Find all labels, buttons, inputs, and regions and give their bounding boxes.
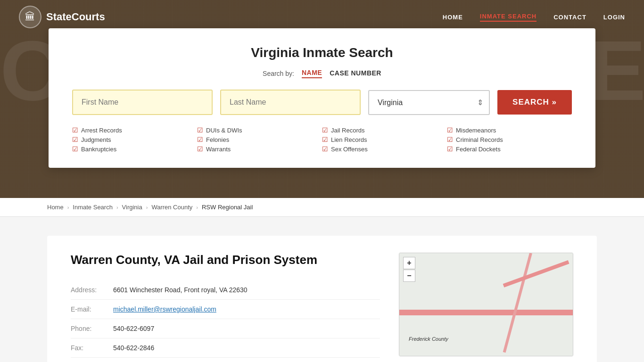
check-jail-records: ☑ Jail Records [322,126,447,134]
map-inner: Frederick County + − [399,253,573,356]
check-label: Federal Dockets [456,146,501,153]
check-label: Jail Records [331,127,365,134]
logo-text: StateCourts [46,11,105,23]
check-label: Warrants [206,146,231,153]
info-card: Warren County, VA Jail and Prison System… [47,236,597,362]
hero-section: COURTHOUSE 🏛 StateCourts HOME INMATE SEA… [0,0,644,198]
check-icon: ☑ [447,136,453,143]
breadcrumb-sep-4: › [196,205,198,210]
check-federal-dockets: ☑ Federal Dockets [447,145,572,153]
check-label: Judgments [81,136,111,143]
breadcrumb: Home › Inmate Search › Virginia › Warren… [0,198,644,217]
check-label: Misdemeanors [456,127,496,134]
breadcrumb-current: RSW Regional Jail [202,204,253,211]
check-criminal-records: ☑ Criminal Records [447,136,572,143]
phone-label: Phone: [71,319,113,338]
nav-inmate-search[interactable]: INMATE SEARCH [480,13,537,22]
map-zoom-in-button[interactable]: + [403,257,415,269]
check-label: DUIs & DWIs [206,127,242,134]
check-misdemeanors: ☑ Misdemeanors [447,126,572,134]
search-card: Virginia Inmate Search Search by: NAME C… [49,28,595,168]
info-left: Warren County, VA Jail and Prison System… [71,253,380,362]
search-button[interactable]: SEARCH » [497,90,572,115]
fax-value: 540-622-2846 [113,338,380,358]
check-icon: ☑ [447,126,453,134]
check-lien-records: ☑ Lien Records [322,136,447,143]
check-bankruptcies: ☑ Bankruptcies [72,145,197,153]
main-content: Warren County, VA Jail and Prison System… [0,217,644,362]
website-label: Website: [71,358,113,362]
check-icon: ☑ [322,136,328,143]
nav-login[interactable]: LOGIN [603,14,625,21]
check-label: Bankruptcies [81,146,116,153]
check-label: Arrest Records [81,127,122,134]
info-table: Address: 6601 Winchester Road, Front roy… [71,280,380,362]
search-by-label: Search by: [263,70,294,77]
breadcrumb-warren-county[interactable]: Warren County [151,204,192,211]
check-icon: ☑ [447,145,453,153]
map-county-label: Frederick County [409,336,448,342]
address-value: 6601 Winchester Road, Front royal, VA 22… [113,280,380,300]
check-sex-offenses: ☑ Sex Offenses [322,145,447,153]
table-row: Phone: 540-622-6097 [71,319,380,338]
check-duis-dwis: ☑ DUIs & DWIs [197,126,322,134]
breadcrumb-sep-1: › [67,205,69,210]
check-icon: ☑ [72,126,78,134]
website-value: https://www.rswregionaljail.com/ [113,358,380,362]
address-label: Address: [71,280,113,300]
breadcrumb-home[interactable]: Home [47,204,64,211]
breadcrumb-sep-3: › [146,205,148,210]
check-arrest-records: ☑ Arrest Records [72,126,197,134]
state-select[interactable]: Virginia [368,90,490,115]
check-label: Criminal Records [456,136,503,143]
check-icon: ☑ [72,145,78,153]
check-warrants: ☑ Warrants [197,145,322,153]
nav-links: HOME INMATE SEARCH CONTACT LOGIN [443,13,625,22]
check-icon: ☑ [197,126,203,134]
check-icon: ☑ [322,126,328,134]
check-label: Lien Records [331,136,367,143]
check-label: Felonies [206,136,229,143]
email-link[interactable]: michael.miller@rswregionaljail.com [113,305,216,313]
checkboxes-grid: ☑ Arrest Records ☑ DUIs & DWIs ☑ Jail Re… [72,126,572,153]
map-container: Frederick County + − [399,253,573,356]
check-icon: ☑ [197,136,203,143]
breadcrumb-virginia[interactable]: Virginia [122,204,142,211]
table-row: Website: https://www.rswregionaljail.com… [71,358,380,362]
check-icon: ☑ [72,136,78,143]
fax-label: Fax: [71,338,113,358]
last-name-input[interactable] [220,90,361,115]
check-icon: ☑ [322,145,328,153]
check-label: Sex Offenses [331,146,368,153]
search-by-row: Search by: NAME CASE NUMBER [72,69,572,78]
nav-home[interactable]: HOME [443,14,463,21]
check-icon: ☑ [197,145,203,153]
info-title: Warren County, VA Jail and Prison System [71,253,380,267]
search-inputs-row: Virginia ⇕ SEARCH » [72,90,572,115]
breadcrumb-inmate-search[interactable]: Inmate Search [73,204,113,211]
logo-icon: 🏛 [19,6,41,28]
table-row: Fax: 540-622-2846 [71,338,380,358]
nav-contact[interactable]: CONTACT [553,14,586,21]
search-card-title: Virginia Inmate Search [72,45,572,60]
map-road-horizontal [399,310,573,315]
phone-value: 540-622-6097 [113,319,380,338]
map-zoom-out-button[interactable]: − [403,270,415,282]
state-select-wrap: Virginia ⇕ [368,90,490,115]
map-controls: + − [403,257,415,282]
email-label: E-mail: [71,300,113,319]
tab-case-number[interactable]: CASE NUMBER [330,69,381,78]
check-felonies: ☑ Felonies [197,136,322,143]
breadcrumb-sep-2: › [116,205,118,210]
check-judgments: ☑ Judgments [72,136,197,143]
first-name-input[interactable] [72,90,213,115]
table-row: Address: 6601 Winchester Road, Front roy… [71,280,380,300]
email-value: michael.miller@rswregionaljail.com [113,300,380,319]
logo-link[interactable]: 🏛 StateCourts [19,6,105,28]
table-row: E-mail: michael.miller@rswregionaljail.c… [71,300,380,319]
tab-name[interactable]: NAME [302,69,322,78]
